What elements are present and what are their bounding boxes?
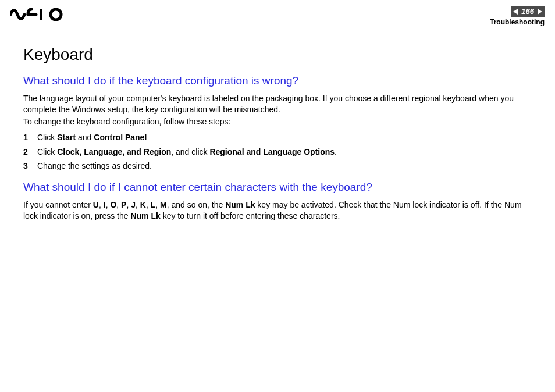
page-number: 166 (521, 7, 534, 16)
step-number: 1 (23, 132, 37, 143)
step-item: 1Click Start and Control Panel (23, 132, 532, 143)
q1-steps: 1Click Start and Control Panel2Click Clo… (23, 132, 532, 172)
step-item: 2Click Clock, Language, and Region, and … (23, 147, 532, 158)
q1-para2: To change the keyboard configuration, fo… (23, 116, 532, 127)
page-number-nav: 166 (511, 6, 545, 17)
q2-para: If you cannot enter U, I, O, P, J, K, L,… (23, 199, 532, 222)
q1-para1: The language layout of your computer's k… (23, 93, 532, 115)
prev-page-icon[interactable] (513, 9, 518, 15)
question-1-heading: What should I do if the keyboard configu… (23, 74, 532, 87)
step-text: Click Start and Control Panel (37, 132, 147, 143)
svg-point-1 (51, 9, 61, 20)
step-item: 3Change the settings as desired. (23, 161, 532, 172)
next-page-icon[interactable] (538, 9, 542, 15)
section-label: Troubleshooting (490, 18, 545, 26)
step-text: Change the settings as desired. (37, 161, 152, 172)
page-title: Keyboard (23, 45, 532, 64)
step-number: 2 (23, 147, 37, 158)
step-text: Click Clock, Language, and Region, and c… (37, 147, 337, 158)
question-2-heading: What should I do if I cannot enter certa… (23, 181, 532, 194)
vaio-logo (10, 8, 66, 21)
svg-rect-0 (40, 9, 42, 20)
step-number: 3 (23, 161, 37, 172)
